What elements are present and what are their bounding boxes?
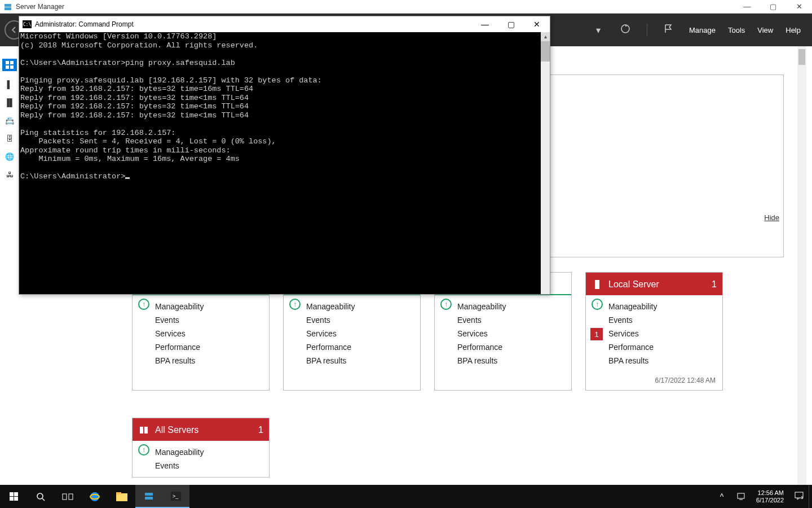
hide-link[interactable]: Hide — [764, 213, 779, 222]
svg-rect-22 — [738, 493, 744, 498]
svg-rect-12 — [63, 494, 67, 500]
tile-row[interactable]: Performance — [155, 340, 262, 354]
tile-row[interactable]: Manageability — [155, 445, 262, 459]
svg-rect-19 — [145, 497, 153, 500]
up-arrow-icon: ↑ — [440, 299, 452, 310]
close-button[interactable]: ✕ — [786, 0, 812, 14]
cmd-output[interactable]: Microsoft Windows [Version 10.0.17763.29… — [19, 32, 541, 294]
start-button[interactable] — [0, 485, 27, 508]
tile-row[interactable]: BPA results — [457, 354, 564, 367]
tile-row[interactable]: Performance — [457, 340, 564, 354]
svg-line-11 — [42, 498, 45, 501]
show-desktop-button[interactable] — [809, 485, 812, 508]
content-scrollbar[interactable] — [797, 46, 806, 485]
tile-row[interactable]: Performance — [608, 340, 716, 354]
svg-rect-1 — [5, 7, 11, 10]
tile-row[interactable]: Performance — [306, 340, 413, 354]
tile-row[interactable]: Services — [155, 327, 262, 340]
tile-row[interactable]: Manageability — [608, 300, 716, 313]
local-server-icon[interactable]: ▌ — [5, 79, 15, 89]
tile-title: All Servers — [155, 425, 198, 435]
server-manager-taskbar-icon[interactable] — [135, 485, 162, 508]
cmd-title-text: Administrator: Command Prompt — [35, 20, 134, 28]
tile-row[interactable]: Services — [608, 327, 716, 340]
tile-row[interactable]: Events — [155, 313, 262, 327]
cmd-taskbar-icon[interactable]: >_ — [162, 485, 189, 508]
ie-taskbar-icon[interactable] — [81, 485, 108, 508]
dropdown-icon[interactable]: ▾ — [593, 25, 604, 36]
tile-row[interactable]: Events — [306, 313, 413, 327]
taskview-button[interactable] — [54, 485, 81, 508]
tile-row[interactable]: Manageability — [457, 300, 564, 313]
minimize-button[interactable]: — — [734, 0, 760, 14]
tile-row[interactable]: BPA results — [155, 354, 262, 367]
up-arrow-icon: ↑ — [138, 444, 149, 456]
svg-point-10 — [37, 493, 43, 499]
svg-rect-17 — [116, 492, 121, 494]
tray-chevron-icon[interactable]: ^ — [712, 492, 731, 501]
all-servers-icon[interactable]: ▐▌ — [5, 97, 15, 107]
tile-count: 1 — [258, 425, 263, 435]
cmd-close-button[interactable]: ✕ — [524, 16, 550, 32]
dashboard-icon[interactable] — [2, 59, 17, 71]
role-file-icon[interactable]: 🗄 — [5, 133, 15, 143]
explorer-taskbar-icon[interactable] — [108, 485, 135, 508]
action-center-icon[interactable]: 1 — [789, 491, 809, 502]
svg-rect-7 — [595, 280, 599, 289]
tile-all-servers[interactable]: All Servers 1 ↑ Manageability Events — [132, 418, 270, 478]
taskbar-time: 12:56 AM — [756, 489, 784, 497]
command-prompt-window: C:\ Administrator: Command Prompt — ▢ ✕ … — [19, 16, 550, 295]
svg-rect-4 — [10, 61, 14, 64]
manage-menu[interactable]: Manage — [689, 26, 716, 34]
svg-rect-9 — [144, 427, 148, 433]
cmd-minimize-button[interactable]: — — [472, 16, 498, 32]
tile-3[interactable]: Local Server1↑ManageabilityEventsService… — [585, 272, 723, 391]
tile-row[interactable]: BPA results — [306, 354, 413, 367]
tools-menu[interactable]: Tools — [728, 26, 745, 34]
search-button[interactable] — [27, 485, 54, 508]
cmd-scrollbar[interactable]: ▴ — [541, 32, 550, 294]
up-arrow-icon: ↑ — [592, 299, 603, 310]
up-arrow-icon: ↑ — [138, 299, 149, 310]
taskbar-date: 6/17/2022 — [756, 497, 784, 504]
taskbar: >_ ^ 12:56 AM 6/17/2022 1 — [0, 485, 812, 508]
cmd-maximize-button[interactable]: ▢ — [498, 16, 524, 32]
svg-text:1: 1 — [801, 495, 804, 500]
tile-row[interactable]: Manageability — [155, 300, 262, 313]
server-manager-icon — [3, 2, 12, 11]
svg-rect-3 — [6, 61, 9, 64]
tile-row[interactable]: Manageability — [306, 300, 413, 313]
svg-rect-0 — [5, 4, 11, 7]
window-title: Server Manager — [16, 3, 64, 11]
cmd-titlebar[interactable]: C:\ Administrator: Command Prompt — ▢ ✕ — [19, 16, 550, 32]
taskbar-clock[interactable]: 12:56 AM 6/17/2022 — [751, 489, 789, 504]
role-remote-icon[interactable]: 🖧 — [5, 169, 15, 179]
network-icon[interactable] — [731, 491, 751, 502]
tile-timestamp: 6/17/2022 12:48 AM — [655, 376, 716, 384]
svg-rect-6 — [10, 65, 14, 69]
svg-point-14 — [90, 492, 99, 501]
up-arrow-icon: ↑ — [289, 299, 301, 310]
svg-text:>_: >_ — [173, 493, 179, 499]
view-menu[interactable]: View — [757, 26, 773, 34]
svg-rect-16 — [116, 493, 127, 501]
tile-row[interactable]: Events — [155, 459, 262, 472]
role-addns-icon[interactable]: 📇 — [5, 115, 15, 125]
role-iis-icon[interactable]: 🌐 — [5, 151, 15, 161]
tile-row[interactable]: Services — [457, 327, 564, 340]
tile-count: 1 — [712, 279, 717, 290]
flag-icon[interactable] — [660, 24, 677, 36]
tile-row[interactable]: Events — [608, 313, 716, 327]
maximize-button[interactable]: ▢ — [760, 0, 786, 14]
svg-rect-13 — [69, 494, 73, 500]
refresh-icon[interactable] — [616, 23, 634, 37]
tile-title: Local Server — [608, 279, 659, 290]
tile-row[interactable]: BPA results — [608, 354, 716, 367]
separator — [647, 24, 647, 36]
tile-row[interactable]: Services — [306, 327, 413, 340]
svg-rect-8 — [140, 427, 143, 433]
tile-row[interactable]: Events — [457, 313, 564, 327]
help-menu[interactable]: Help — [785, 26, 801, 34]
server-icon — [592, 279, 603, 290]
window-titlebar: Server Manager — ▢ ✕ — [0, 0, 812, 14]
